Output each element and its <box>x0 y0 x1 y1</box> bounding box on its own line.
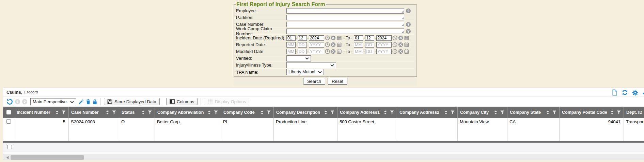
perspective-select[interactable]: Main Perspective <box>30 98 76 105</box>
select-all-checkbox[interactable] <box>6 110 11 114</box>
scroll-left-arrow[interactable] <box>6 156 9 159</box>
filter-icon[interactable] <box>390 110 394 114</box>
reported-to-month-input[interactable] <box>354 42 363 48</box>
filter-icon[interactable] <box>267 110 271 114</box>
column-header-company-state[interactable]: Company State <box>507 107 560 118</box>
horizontal-scrollbar[interactable] <box>3 154 644 160</box>
filter-icon[interactable] <box>148 110 152 114</box>
sort-icon[interactable] <box>324 110 328 114</box>
calendar-icon[interactable] <box>404 35 409 40</box>
column-header-company-postal-code[interactable]: Company Postal Code <box>560 107 624 118</box>
sort-icon[interactable] <box>55 110 59 114</box>
time-picker-icon[interactable] <box>325 35 330 40</box>
modified-to-year-input[interactable] <box>376 49 392 54</box>
incident-to-month-input[interactable] <box>354 35 363 41</box>
reported-from-year-input[interactable] <box>309 42 324 48</box>
search-button[interactable]: Search <box>303 78 325 85</box>
column-header-company-city[interactable]: Company City <box>458 107 507 118</box>
sort-icon[interactable] <box>494 110 498 114</box>
clear-date-icon[interactable] <box>331 49 336 54</box>
time-picker-icon[interactable] <box>392 42 397 47</box>
sort-icon[interactable] <box>444 110 448 114</box>
sort-icon[interactable] <box>207 110 211 114</box>
verified-select[interactable] <box>286 55 311 61</box>
time-picker-icon[interactable] <box>392 49 397 54</box>
new-document-icon[interactable] <box>612 89 617 96</box>
employee-input[interactable] <box>286 8 404 14</box>
edit-perspective-icon[interactable] <box>78 99 84 105</box>
clear-date-icon[interactable] <box>398 35 403 40</box>
clear-date-icon[interactable] <box>398 42 403 47</box>
incident-to-year-input[interactable] <box>376 35 392 41</box>
time-picker-icon[interactable] <box>325 42 330 47</box>
modified-from-year-input[interactable] <box>309 49 324 54</box>
input-resize-handle[interactable] <box>402 24 404 26</box>
store-displayed-data-button[interactable]: Store Displayed Data <box>104 98 160 105</box>
sort-icon[interactable] <box>141 110 145 114</box>
reported-from-month-input[interactable] <box>286 42 296 48</box>
columns-button[interactable]: Columns <box>166 98 198 105</box>
sort-icon[interactable] <box>383 110 387 114</box>
clear-date-icon[interactable] <box>398 49 403 54</box>
filter-icon[interactable] <box>214 110 218 114</box>
reset-button[interactable]: Reset <box>328 78 347 85</box>
sort-icon[interactable] <box>106 110 109 114</box>
help-icon[interactable]: ? <box>406 8 411 13</box>
modified-from-month-input[interactable] <box>286 49 296 54</box>
column-header-company-abbreviation[interactable]: Company Abbreviation <box>155 107 221 118</box>
calendar-icon[interactable] <box>404 42 409 47</box>
time-picker-icon[interactable] <box>392 35 397 40</box>
filter-icon[interactable] <box>500 110 504 114</box>
column-header-case-number[interactable]: Case Number <box>69 107 119 118</box>
calendar-icon[interactable] <box>404 49 409 54</box>
time-picker-icon[interactable] <box>325 49 330 54</box>
scrollbar-thumb[interactable] <box>11 155 84 160</box>
lock-perspective-icon[interactable] <box>92 99 97 105</box>
filter-icon[interactable] <box>552 110 556 114</box>
column-header-company-address1[interactable]: Company Address1 <box>337 107 397 118</box>
row-checkbox[interactable] <box>6 119 11 124</box>
modified-to-month-input[interactable] <box>354 49 363 54</box>
clear-date-icon[interactable] <box>331 42 336 47</box>
column-header-company-description[interactable]: Company Description <box>274 107 337 118</box>
help-icon[interactable]: ? <box>406 22 411 27</box>
reported-to-year-input[interactable] <box>376 42 392 48</box>
modified-to-day-input[interactable] <box>365 49 374 54</box>
help-icon[interactable]: ? <box>406 29 411 34</box>
filter-icon[interactable] <box>62 110 66 114</box>
clear-date-icon[interactable] <box>331 35 336 40</box>
partition-input[interactable] <box>286 15 404 20</box>
column-header-company-code[interactable]: Company Code <box>221 107 274 118</box>
reported-from-day-input[interactable] <box>298 42 307 48</box>
input-resize-handle[interactable] <box>402 11 404 13</box>
footer-checkbox[interactable] <box>7 145 12 149</box>
calendar-icon[interactable] <box>336 49 342 54</box>
incident-from-month-input[interactable] <box>286 35 296 41</box>
delete-perspective-icon[interactable] <box>85 99 91 105</box>
column-header-dept-id[interactable]: Dept. ID <box>624 107 644 118</box>
injury-type-select[interactable] <box>286 62 336 68</box>
check-icon[interactable] <box>642 90 644 95</box>
filter-icon[interactable] <box>330 110 334 114</box>
calendar-icon[interactable] <box>336 35 342 40</box>
column-header-incident-number[interactable]: Incident Number <box>14 107 69 118</box>
sort-icon[interactable] <box>260 110 264 114</box>
tpa-name-select[interactable]: Liberty Mutual <box>286 69 324 75</box>
column-header-status[interactable]: Status <box>119 107 155 118</box>
incident-from-day-input[interactable] <box>298 35 307 41</box>
reported-to-day-input[interactable] <box>365 42 374 48</box>
sort-icon[interactable] <box>610 110 614 114</box>
reload-icon[interactable] <box>6 98 13 105</box>
work-comp-input[interactable] <box>286 29 404 34</box>
filter-icon[interactable] <box>451 110 455 114</box>
filter-icon[interactable] <box>617 110 621 114</box>
select-all-header-cell[interactable] <box>3 107 14 118</box>
column-header-company-address2[interactable]: Company Address2 <box>397 107 458 118</box>
incident-to-day-input[interactable] <box>365 35 374 41</box>
calendar-icon[interactable] <box>336 42 342 47</box>
gear-icon[interactable] <box>632 90 638 96</box>
refresh-icon[interactable] <box>622 89 628 96</box>
modified-from-day-input[interactable] <box>298 49 307 54</box>
sort-icon[interactable] <box>546 110 550 114</box>
case-number-input[interactable] <box>286 22 404 27</box>
